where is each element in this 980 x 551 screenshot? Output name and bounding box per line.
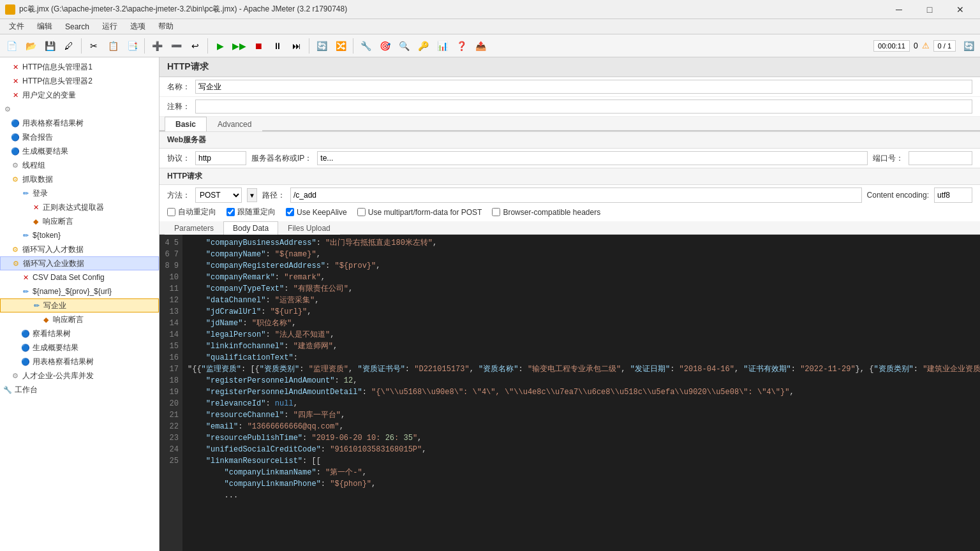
toolbar-settings[interactable]: 🔧 [357,37,375,55]
tree-icon-http-mgr1: ✕ [10,62,20,72]
sub-tab-files-upload[interactable]: Files Upload [278,221,340,235]
tree-item-talent-public[interactable]: ⚙人才企业-公共库并发 [0,369,159,383]
toolbar-saveas[interactable]: 🖊 [60,37,78,55]
tree-item-response-assertion[interactable]: ◆响应断言 [0,214,159,228]
tree-item-view-table2[interactable]: 🔵用表格察看结果树 [0,355,159,369]
toolbar-search[interactable]: 🔍 [395,37,413,55]
tree-item-csv-config[interactable]: ✕CSV Data Set Config [0,270,159,284]
tree-item-token[interactable]: ✏${token} [0,228,159,242]
method-select[interactable]: POST GET PUT DELETE [195,187,242,203]
tab-advanced[interactable]: Advanced [207,117,262,131]
server-input[interactable] [317,151,868,165]
progress-display: 0 / 1 [933,40,956,52]
toolbar-target[interactable]: 🎯 [376,37,394,55]
toolbar-paste[interactable]: 📑 [123,37,141,55]
toolbar-run-no-pause[interactable]: ▶▶ [230,37,248,55]
path-input[interactable] [290,187,862,203]
auto-redirect-cb[interactable]: 自动重定向 [167,207,216,217]
timer-display: 00:00:11 [873,40,910,52]
tree-label-csv-config: CSV Data Set Config [33,273,105,282]
tree-item-agg-report[interactable]: 🔵聚合报告 [0,130,159,144]
toolbar-sep5 [353,38,353,54]
toolbar-add[interactable]: ➕ [148,37,166,55]
http-request-header: HTTP请求 [160,168,980,185]
browser-headers-cb[interactable]: Browser-compatible headers [492,208,600,217]
toolbar-open[interactable]: 📂 [22,37,40,55]
menu-item-编辑[interactable]: 编辑 [31,19,59,34]
maximize-button[interactable]: □ [915,0,944,19]
tree-item-gen-summary[interactable]: 🔵生成概要结果 [0,144,159,158]
toolbar-key[interactable]: 🔑 [414,37,432,55]
toolbar-pause[interactable]: ⏸ [269,37,286,55]
tree-item-http-mgr2[interactable]: ✕HTTP信息头管理器2 [0,74,159,88]
tree-item-loop-people[interactable]: ⚙循环写入人才数据 [0,242,159,256]
menu-item-Search[interactable]: Search [59,19,96,34]
toolbar-cut[interactable]: ✂ [85,37,103,55]
browser-headers-checkbox[interactable] [492,208,500,216]
tree-item-gen-summary2[interactable]: 🔵生成概要结果 [0,341,159,355]
sub-tab-body-data[interactable]: Body Data [223,221,278,235]
path-label: 路径： [262,190,285,201]
encoding-input[interactable] [934,187,972,203]
code-editor[interactable]: 4 5 6 7 8 9 10 11 12 13 14 14 15 16 17 1… [160,235,980,551]
comment-input[interactable] [195,99,972,114]
protocol-input[interactable] [195,151,246,165]
toolbar-next[interactable]: ⏭ [288,37,306,55]
tree-icon-regex-extractor: ✕ [31,202,41,212]
toolbar-clear[interactable]: 🔄 [313,37,330,55]
tree-item-name-prov[interactable]: ✏${name}_${prov}_${url} [0,284,159,298]
toolbar-new[interactable]: 📄 [3,37,20,55]
main-layout: ✕HTTP信息头管理器1✕HTTP信息头管理器2✕用户定义的变量⚙🔵用表格察看结… [0,57,980,551]
toolbar-stop[interactable]: ⏹ [249,37,267,55]
tree-item-user-vars[interactable]: ✕用户定义的变量 [0,88,159,102]
sub-tab-parameters[interactable]: Parameters [165,221,223,235]
toolbar-clear-all[interactable]: 🔀 [332,37,350,55]
tree-item-workbench[interactable]: 🔧工作台 [0,383,159,397]
tree-item-http-mgr1[interactable]: ✕HTTP信息头管理器1 [0,60,159,74]
close-button[interactable]: ✕ [946,0,975,19]
name-row: 名称： [160,77,980,97]
error-count: 0 [914,41,918,50]
tree-item-response-assertion2[interactable]: ◆响应断言 [0,312,159,327]
toolbar-run[interactable]: ▶ [211,37,229,55]
toolbar-help[interactable]: ❓ [452,37,470,55]
follow-redirect-checkbox[interactable] [226,208,235,216]
tree-item-capture-data[interactable]: ⚙抓取数据 [0,172,159,186]
tree-item-view-results-table[interactable]: 🔵用表格察看结果树 [0,116,159,130]
toolbar-undo[interactable]: ↩ [186,37,204,55]
tree-label-view-table2: 用表格察看结果树 [33,356,94,367]
menu-item-帮助[interactable]: 帮助 [152,19,180,34]
toolbar-copy[interactable]: 📋 [104,37,122,55]
tree-label-agg-report: 聚合报告 [22,132,53,143]
tree-item-view-results2[interactable]: 🔵察看结果树 [0,327,159,341]
auto-redirect-checkbox[interactable] [167,208,175,216]
minimize-button[interactable]: ─ [884,0,914,19]
keep-alive-checkbox[interactable] [286,208,294,216]
tree-item-login[interactable]: ✏登录 [0,186,159,200]
keep-alive-cb[interactable]: Use KeepAlive [286,208,347,217]
menu-item-选项[interactable]: 选项 [124,19,152,34]
name-input[interactable] [195,80,972,94]
multipart-cb[interactable]: Use multipart/form-data for POST [357,208,482,217]
multipart-checkbox[interactable] [357,208,366,216]
toolbar-save[interactable]: 💾 [41,37,59,55]
toolbar-remove[interactable]: ➖ [167,37,185,55]
method-dropdown[interactable]: ▼ [247,188,257,202]
toolbar-export[interactable]: 📤 [471,37,489,55]
menu-item-运行[interactable]: 运行 [96,19,124,34]
code-content[interactable]: "companyBusinessAddress": "出门导右抵抵直走180米左… [182,235,980,551]
menu-item-文件[interactable]: 文件 [3,19,31,34]
tree-item-thread-group3[interactable]: ⚙线程组 [0,158,159,172]
tab-basic[interactable]: Basic [165,117,207,131]
tree-item-write-company[interactable]: ✏写企业 [0,298,159,312]
tree-label-http-mgr2: HTTP信息头管理器2 [22,76,93,87]
tree-item-thread-group2[interactable]: ⚙ [0,102,159,116]
follow-redirect-cb[interactable]: 跟随重定向 [226,207,276,217]
line-numbers: 4 5 6 7 8 9 10 11 12 13 14 14 15 16 17 1… [160,235,182,551]
port-input[interactable] [909,151,972,165]
toolbar-chart[interactable]: 📊 [433,37,451,55]
toolbar-refresh[interactable]: 🔄 [960,37,977,55]
toolbar-right: 00:00:11 0 ⚠ 0 / 1 🔄 [873,37,977,55]
tree-item-loop-company[interactable]: ⚙循环写入企业数据 [0,256,159,270]
tree-item-regex-extractor[interactable]: ✕正则表达式提取器 [0,200,159,214]
